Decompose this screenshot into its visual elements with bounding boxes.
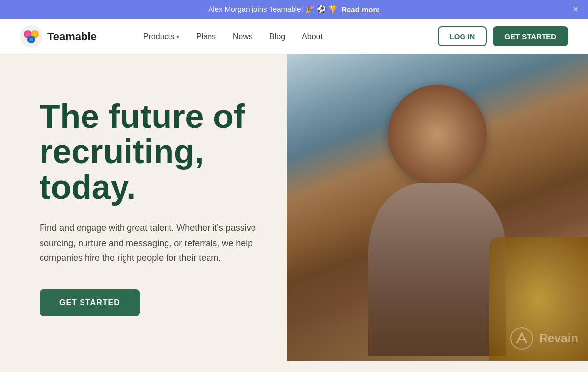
nav-news[interactable]: News — [226, 28, 259, 45]
svg-point-5 — [33, 32, 37, 36]
nav-plans[interactable]: Plans — [189, 28, 223, 45]
logo-icon — [20, 25, 42, 48]
nav-links: Products ▾ Plans News Blog About — [136, 28, 438, 45]
hero-section: The future of recruiting, today. Find an… — [0, 54, 588, 361]
announcement-close-button[interactable]: × — [573, 5, 578, 14]
announcement-link[interactable]: Read more — [341, 5, 380, 14]
svg-point-7 — [511, 328, 533, 349]
get-started-hero-button[interactable]: GET STARTED — [40, 289, 140, 316]
hero-content: The future of recruiting, today. Find an… — [0, 54, 287, 361]
hero-subtitle: Find and engage with great talent. Wheth… — [40, 220, 257, 266]
revain-watermark-icon — [509, 326, 534, 351]
login-button[interactable]: LOG IN — [438, 26, 487, 46]
navigation: Teamable Products ▾ Plans News Blog Abou… — [0, 19, 588, 54]
products-chevron-icon: ▾ — [176, 33, 179, 40]
svg-point-6 — [29, 38, 33, 41]
nav-about[interactable]: About — [295, 28, 330, 45]
hero-title: The future of recruiting, today. — [40, 99, 257, 205]
announcement-text: Alex Morgan joins Teamable! 🎉 ⚽ 🏆 — [208, 5, 337, 14]
nav-actions: LOG IN GET STARTED — [438, 26, 568, 46]
watermark: Revain — [509, 326, 578, 351]
watermark-text: Revain — [539, 331, 578, 345]
logo-text: Teamable — [47, 30, 97, 43]
logo[interactable]: Teamable — [20, 25, 97, 48]
nav-products[interactable]: Products ▾ — [136, 28, 186, 45]
hero-image: Revain — [287, 54, 588, 361]
svg-point-4 — [26, 32, 30, 36]
get-started-nav-button[interactable]: GET STARTED — [493, 26, 568, 46]
announcement-bar: Alex Morgan joins Teamable! 🎉 ⚽ 🏆 Read m… — [0, 0, 588, 19]
nav-blog[interactable]: Blog — [262, 28, 292, 45]
